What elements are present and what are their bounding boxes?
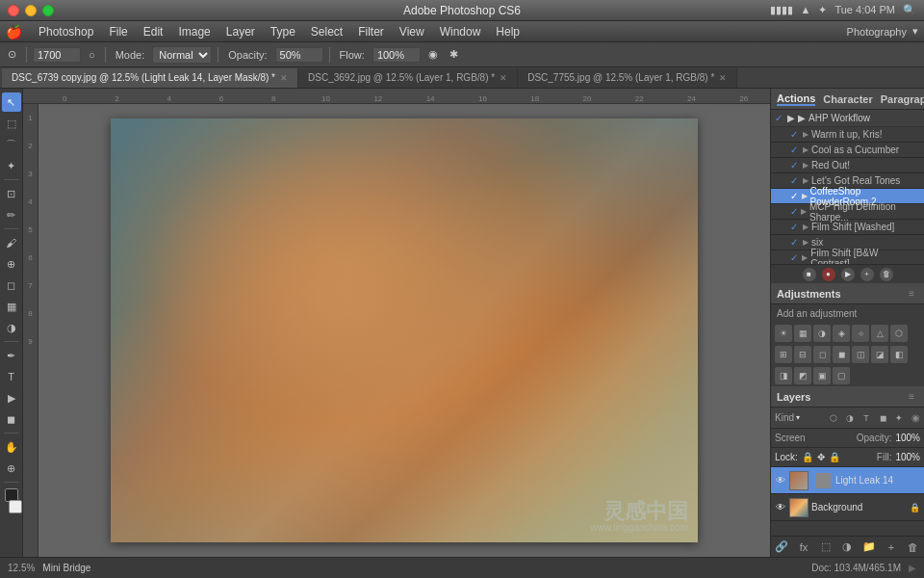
adj-curves[interactable]: ◑ — [813, 325, 831, 342]
new-action-icon[interactable]: + — [860, 268, 874, 281]
menu-image[interactable]: Image — [171, 23, 217, 40]
layers-new-btn[interactable]: + — [883, 539, 900, 556]
tab-close-1[interactable]: ✕ — [500, 73, 507, 83]
photo-canvas[interactable]: 灵感中国 www.lingganchina.com — [111, 118, 698, 542]
tab-0[interactable]: DSC_6739 copy.jpg @ 12.5% (Light Leak 14… — [2, 68, 298, 88]
opacity-input[interactable] — [275, 47, 323, 63]
layer-item-1[interactable]: 👁 Background 🔒 — [771, 494, 924, 521]
mode-select[interactable]: Normal — [152, 46, 212, 64]
airbrush-icon[interactable]: ◉ — [424, 47, 442, 62]
status-arrow[interactable]: ▶ — [909, 563, 916, 573]
tab-close-2[interactable]: ✕ — [719, 73, 727, 83]
tab-actions[interactable]: Actions — [777, 92, 815, 106]
lock-all-icon[interactable]: 🔒 — [829, 452, 840, 462]
tool-pen[interactable]: ✒ — [2, 346, 21, 365]
stop-icon[interactable]: ■ — [803, 268, 816, 281]
action-group-header-ahp[interactable]: ✓ ▶ ▶ AHP Workflow — [771, 110, 924, 127]
adj-vibrance[interactable]: ⟐ — [852, 325, 869, 342]
layer-eye-0[interactable]: 👁 — [775, 475, 786, 486]
adj-levels[interactable]: ▦ — [794, 325, 811, 342]
tab-1[interactable]: DSC_3692.jpg @ 12.5% (Layer 1, RGB/8) * … — [298, 68, 518, 88]
action-item-2[interactable]: ✓ ▶ Red Out! — [771, 158, 924, 173]
adj-selective-color[interactable]: ◧ — [890, 346, 908, 363]
tool-eyedropper[interactable]: ✏ — [2, 205, 21, 224]
tool-zoom[interactable]: ⊕ — [2, 459, 21, 478]
adj-extra-2[interactable]: ◩ — [794, 367, 811, 384]
tool-move[interactable]: ↖ — [2, 92, 21, 112]
opacity-value[interactable]: 100% — [895, 433, 920, 443]
menu-file[interactable]: File — [102, 23, 134, 40]
mini-bridge-label[interactable]: Mini Bridge — [42, 563, 90, 573]
brush-size-input[interactable] — [33, 47, 81, 63]
adj-posterize[interactable]: ◼ — [833, 346, 850, 363]
action-item-1[interactable]: ✓ ▶ Cool as a Cucumber — [771, 143, 924, 158]
play-icon[interactable]: ▶ — [841, 268, 855, 281]
layers-mask-btn[interactable]: ⬚ — [817, 539, 834, 556]
adj-invert[interactable]: ◻ — [813, 346, 831, 363]
workspace-label[interactable]: Photography — [847, 26, 907, 38]
filter-toggle[interactable]: ◉ — [911, 412, 920, 423]
tool-crop[interactable]: ⊡ — [2, 184, 21, 203]
menu-layer[interactable]: Layer — [219, 23, 262, 40]
adjustments-panel-close[interactable]: ≡ — [909, 288, 918, 299]
background-color[interactable] — [9, 500, 22, 513]
tool-brush[interactable]: 🖌 — [2, 233, 21, 252]
tool-path-select[interactable]: ▶ — [2, 388, 21, 407]
menu-select[interactable]: Select — [304, 23, 349, 40]
lock-pos-icon[interactable]: ✥ — [817, 452, 825, 462]
layers-fx-btn[interactable]: fx — [795, 539, 812, 556]
delete-icon[interactable]: 🗑 — [880, 268, 893, 281]
adj-color-lookup[interactable]: ⊟ — [794, 346, 811, 363]
adj-extra-3[interactable]: ▣ — [813, 367, 831, 384]
layers-panel-close[interactable]: ≡ — [909, 391, 918, 402]
close-button[interactable] — [8, 5, 19, 16]
filter-shape-icon[interactable]: ◼ — [876, 411, 889, 425]
tab-close-0[interactable]: ✕ — [280, 73, 288, 83]
menu-view[interactable]: View — [393, 23, 431, 40]
tool-hand[interactable]: ✋ — [2, 437, 21, 457]
search-icon[interactable]: 🔍 — [903, 4, 916, 16]
canvas-content[interactable]: 灵感中国 www.lingganchina.com — [38, 104, 770, 557]
menu-filter[interactable]: Filter — [351, 23, 391, 40]
adj-color[interactable]: ⬡ — [890, 325, 908, 342]
flow-input[interactable] — [372, 47, 421, 63]
filter-smart-icon[interactable]: ✦ — [892, 411, 906, 425]
filter-pixel-icon[interactable]: ⬡ — [827, 411, 840, 425]
layers-delete-btn[interactable]: 🗑 — [905, 539, 922, 556]
tool-gradient[interactable]: ▦ — [2, 297, 21, 316]
tab-paragraph[interactable]: Paragraph — [881, 93, 924, 105]
adj-gradient-map[interactable]: ◪ — [871, 346, 888, 363]
action-item-0[interactable]: ✓ ▶ Warm it up, Kris! — [771, 127, 924, 143]
filter-type-icon[interactable]: T — [860, 411, 873, 425]
menu-type[interactable]: Type — [264, 23, 302, 40]
tool-type[interactable]: T — [2, 367, 21, 386]
tab-character[interactable]: Character — [823, 93, 872, 105]
menu-edit[interactable]: Edit — [137, 23, 170, 40]
filter-adj-icon[interactable]: ◑ — [843, 411, 857, 425]
tool-marquee[interactable]: ⬚ — [2, 114, 21, 133]
adj-channel-mixer[interactable]: ⊞ — [775, 346, 792, 363]
adj-brightness[interactable]: ☀ — [775, 325, 792, 342]
tool-blur[interactable]: ◑ — [2, 318, 21, 337]
adj-hue[interactable]: △ — [871, 325, 888, 342]
tool-magic-wand[interactable]: ✦ — [2, 156, 21, 175]
adj-extra-1[interactable]: ◨ — [775, 367, 792, 384]
adj-extra-4[interactable]: ▢ — [833, 367, 850, 384]
tool-stamp[interactable]: ⊕ — [2, 254, 21, 274]
layers-link-btn[interactable]: 🔗 — [773, 539, 790, 556]
adj-exposure[interactable]: ◈ — [833, 325, 850, 342]
menu-help[interactable]: Help — [489, 23, 526, 40]
lock-pixel-icon[interactable]: 🔒 — [802, 452, 813, 462]
layer-item-0[interactable]: 👁 Light Leak 14 — [771, 467, 924, 494]
record-icon[interactable]: ● — [822, 268, 835, 281]
maximize-button[interactable] — [42, 5, 54, 16]
layers-adj-btn[interactable]: ◑ — [838, 539, 856, 556]
tablet-icon[interactable]: ✱ — [446, 47, 462, 62]
minimize-button[interactable] — [25, 5, 37, 16]
tool-lasso[interactable]: ⌒ — [2, 135, 21, 154]
menu-window[interactable]: Window — [433, 23, 488, 40]
adj-threshold[interactable]: ◫ — [852, 346, 869, 363]
tab-2[interactable]: DSC_7755.jpg @ 12.5% (Layer 1, RGB/8) * … — [518, 68, 737, 88]
fill-value[interactable]: 100% — [895, 452, 920, 462]
action-item-8[interactable]: ✓ ▶ Film Shift [B&W Contrast] — [771, 250, 924, 264]
